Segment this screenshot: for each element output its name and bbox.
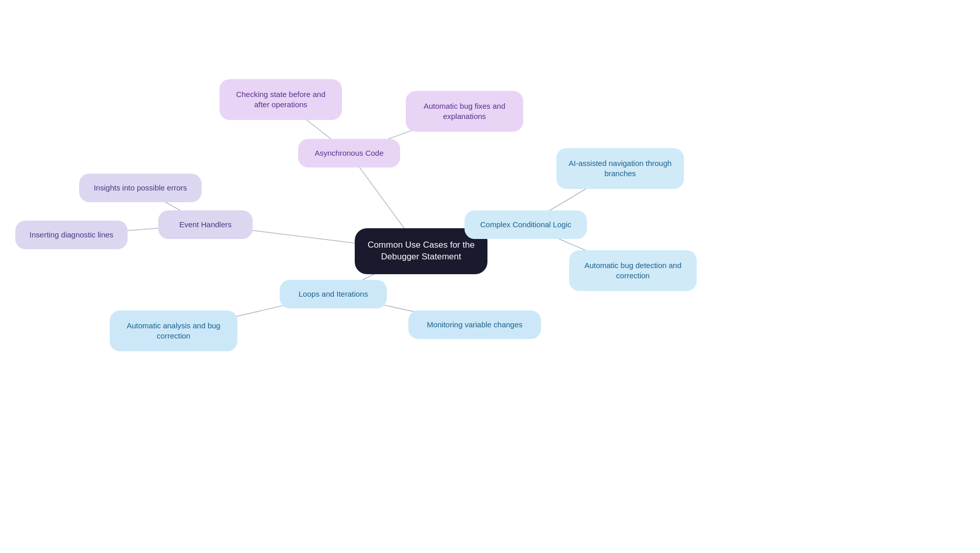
inserting-diagnostic-node: Inserting diagnostic lines xyxy=(15,221,128,249)
insights-errors-node: Insights into possible errors xyxy=(79,174,202,202)
auto-analysis-node: Automatic analysis and bug correction xyxy=(110,310,237,351)
auto-bug-detection-node: Automatic bug detection and correction xyxy=(569,250,697,291)
connections-svg xyxy=(0,0,980,553)
event-handlers-node: Event Handlers xyxy=(158,210,253,239)
monitoring-variable-node: Monitoring variable changes xyxy=(408,310,541,339)
async-code-node: Asynchronous Code xyxy=(298,139,400,167)
complex-conditional-node: Complex Conditional Logic xyxy=(464,210,587,239)
loops-iterations-node: Loops and Iterations xyxy=(280,280,387,308)
auto-bug-fixes-node: Automatic bug fixes and explanations xyxy=(406,91,523,132)
checking-state-node: Checking state before and after operatio… xyxy=(219,79,342,120)
ai-assisted-node: AI-assisted navigation through branches xyxy=(556,148,684,189)
